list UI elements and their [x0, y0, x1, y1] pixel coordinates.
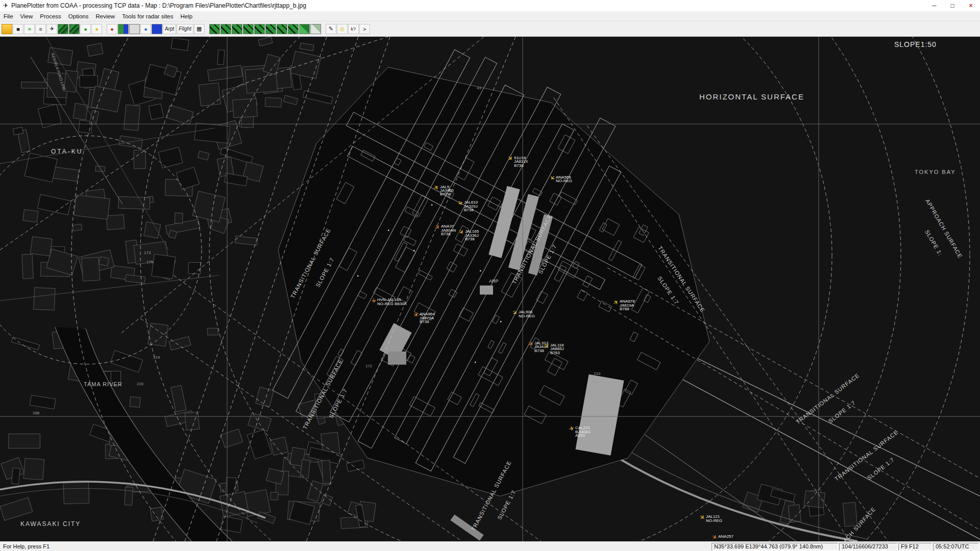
aux-view-button[interactable] — [129, 24, 140, 34]
chart-button-8[interactable] — [288, 24, 299, 34]
stop-button[interactable]: ■ — [13, 24, 23, 34]
chart-button-7[interactable] — [277, 24, 287, 34]
airport-chart[interactable]: 43173175214220288172280233253 SLOPE1:50H… — [0, 37, 980, 541]
share-button[interactable] — [152, 24, 162, 34]
flag-view-button[interactable] — [118, 24, 129, 34]
aircraft-icon: ✈ — [370, 298, 377, 303]
globe-button[interactable]: ● — [140, 24, 151, 34]
status-help-text: For Help, press F1 — [0, 543, 712, 549]
aircraft-label: ANA566NO-REG — [556, 175, 572, 183]
toolbar-separator — [205, 24, 209, 34]
status-bar: For Help, press F1 N35°33.699 E139°44.76… — [0, 541, 980, 551]
context-help-button[interactable]: k? — [348, 24, 359, 34]
chart-button-6[interactable] — [265, 24, 276, 34]
open-file-button[interactable] — [2, 24, 12, 34]
record-button[interactable]: ● — [107, 24, 117, 34]
menu-item-tools-for-radar-sites[interactable]: Tools for radar sites — [118, 13, 177, 20]
radar-target[interactable] — [388, 230, 389, 231]
spot-height: 173 — [144, 251, 151, 255]
aircraft-label: ANA257 — [718, 534, 733, 539]
chart-label: KAWASAKI CITY — [20, 520, 81, 528]
aircraft-view-button[interactable]: ✈ — [46, 24, 57, 34]
close-button[interactable]: × — [962, 0, 980, 11]
hint-button[interactable]: ◎ — [337, 24, 348, 34]
title-bar: ✈ PlanePlotter from COAA - processing TC… — [0, 0, 980, 11]
radar-target[interactable] — [480, 270, 481, 271]
spot-height: 175 — [146, 260, 154, 264]
chart-button-9[interactable] — [299, 24, 310, 34]
map-window-button[interactable] — [58, 24, 68, 34]
spot-height: 288 — [33, 411, 40, 415]
chart-button-10[interactable] — [310, 24, 321, 34]
menu-item-help[interactable]: Help — [177, 13, 197, 20]
more-tools-button[interactable]: > — [359, 24, 370, 34]
chart-button-2[interactable] — [220, 24, 231, 34]
arpt-button[interactable]: Arpt — [163, 24, 176, 34]
spot-height: 233 — [594, 371, 601, 376]
menu-item-options[interactable]: Options — [65, 13, 92, 20]
chart-label: OTA-KU — [51, 148, 83, 155]
maximize-button[interactable]: □ — [943, 0, 962, 11]
chart-label: TOKYO BAY — [915, 169, 956, 175]
aircraft-target[interactable]: ✈JAL121NO-REG — [698, 513, 722, 523]
chart-button-5[interactable] — [254, 24, 265, 34]
map-area[interactable]: 43173175214220288172280233253 SLOPE1:50H… — [0, 37, 980, 541]
flight-button[interactable]: Flight — [177, 24, 193, 34]
aircraft-target[interactable]: ✈JAL906NO-REG — [510, 309, 534, 318]
message-log-button[interactable]: ≡ — [35, 24, 46, 34]
status-function-keys: F9 F12 — [898, 543, 932, 550]
window-controls: ─ □ × — [925, 0, 980, 11]
spot-height: 43 — [477, 86, 481, 90]
toolbar-separator — [322, 24, 325, 34]
draw-button[interactable]: ✎ — [326, 24, 336, 34]
chart-window-button[interactable] — [69, 24, 80, 34]
radar-target[interactable] — [500, 321, 501, 322]
status-position: N35°33.699 E139°44.763 (079.9° 140.8nm) — [712, 543, 838, 550]
chart-button-3[interactable] — [232, 24, 242, 34]
radar-target[interactable] — [431, 204, 432, 205]
toolbar-separator — [103, 24, 106, 34]
spot-height: 172 — [365, 364, 373, 368]
toolbar: ■≈≡✈●●●●ArptFlight▦✎◎k?> — [0, 21, 980, 37]
radar-target[interactable] — [357, 276, 358, 277]
green-status-button[interactable]: ● — [80, 24, 91, 34]
chart-button-1[interactable] — [209, 24, 220, 34]
menu-item-file[interactable]: File — [0, 13, 17, 20]
status-utc-time: 05:52:07UTC — [933, 543, 979, 550]
menu-bar: FileViewProcessOptionsReviewTools for ra… — [0, 11, 980, 21]
chart-label: SLOPE1:50 — [894, 40, 937, 48]
planeplotter-window: ✈ PlanePlotter from COAA - processing TC… — [0, 0, 980, 551]
yellow-status-button[interactable]: ● — [91, 24, 102, 34]
radar-target[interactable] — [413, 250, 414, 251]
menu-item-process[interactable]: Process — [36, 13, 65, 20]
chart-label: TAMA RIVER — [84, 381, 122, 387]
chart-button-4[interactable] — [243, 24, 254, 34]
status-counters: 104/116606/27233 — [839, 543, 897, 550]
spot-height: 214 — [153, 355, 160, 360]
table-button[interactable]: ▦ — [194, 24, 205, 34]
chart-label: HORIZONTAL SURFACE — [699, 92, 804, 101]
minimize-button[interactable]: ─ — [925, 0, 943, 11]
menu-item-view[interactable]: View — [17, 13, 37, 20]
radar-target[interactable] — [475, 362, 476, 363]
menu-item-review[interactable]: Review — [92, 13, 118, 20]
app-icon: ✈ — [3, 2, 8, 9]
window-title: PlanePlotter from COAA - processing TCP … — [11, 2, 306, 9]
chart-label: ARP — [489, 279, 499, 284]
spot-height: 253 — [592, 380, 599, 384]
spot-height: 220 — [137, 382, 144, 386]
signal-button[interactable]: ≈ — [24, 24, 35, 34]
